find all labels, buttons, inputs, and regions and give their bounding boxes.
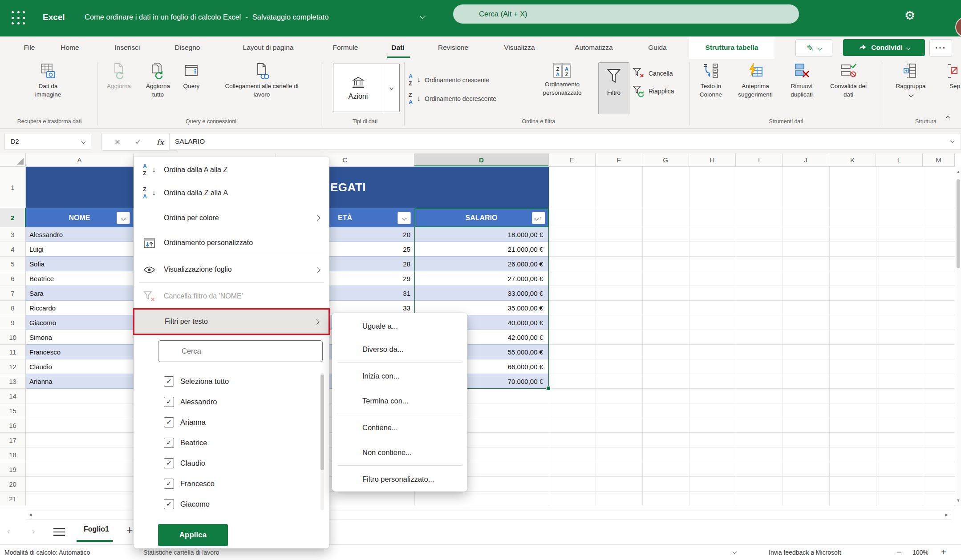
check-claudio[interactable]: ✓Claudio [134, 453, 316, 473]
zoom-out-button[interactable]: − [896, 547, 902, 557]
ribbon-anteprima-suggerimenti-button[interactable]: Anteprimasuggerimenti [734, 61, 777, 114]
cell-nome[interactable]: Giacomo [26, 315, 134, 330]
submenu-item-diverso-da[interactable]: Diverso da... [332, 338, 467, 361]
column-header-K[interactable]: K [829, 153, 876, 167]
row-header-4[interactable]: 4 [0, 242, 26, 257]
checkbox-checked-icon[interactable]: ✓ [164, 499, 174, 509]
cell-salario[interactable]: 27.000,00 € [414, 271, 549, 286]
ribbon-aggiorna-tutto-button[interactable]: Aggiornatutto [140, 61, 176, 114]
select-all-corner[interactable] [0, 153, 26, 167]
draw-mode-button[interactable]: ✎ [795, 39, 832, 57]
cell-nome[interactable]: Beatrice [26, 271, 134, 286]
sheet-list-menu-icon[interactable] [53, 526, 65, 538]
filter-search-input[interactable] [158, 340, 323, 362]
cell-salario[interactable]: 26.000,00 € [414, 257, 549, 271]
filter-button-nome[interactable] [117, 212, 130, 224]
confirm-entry-icon[interactable]: ✓ [135, 137, 142, 147]
check-arianna[interactable]: ✓Arianna [134, 412, 316, 432]
collapse-ribbon-icon[interactable] [946, 116, 950, 121]
row-header-17[interactable]: 17 [0, 433, 26, 447]
ribbon-testo-in-colonne-button[interactable]: Testo inColonne [694, 61, 727, 114]
vertical-scroll-thumb[interactable] [957, 179, 960, 268]
checkbox-checked-icon[interactable]: ✓ [164, 376, 174, 387]
ribbon-ordinamento-personalizzato-button[interactable]: Z A A Z Ordinamentopersonalizzato [532, 61, 592, 114]
column-header-F[interactable]: F [596, 153, 642, 167]
sheet-tab-foglio1[interactable]: Foglio1 [84, 525, 109, 533]
ribbon-rimuovi-duplicati-button[interactable]: Rimuoviduplicati [782, 61, 822, 114]
row-header-15[interactable]: 15 [0, 403, 26, 418]
filter-list-scroll-thumb[interactable] [320, 375, 324, 470]
tab-disegno[interactable]: Disegno [169, 36, 206, 59]
row-header-7[interactable]: 7 [0, 286, 26, 301]
cell-salario[interactable]: 33.000,00 € [414, 286, 549, 300]
header-cell-salario[interactable]: SALARIO [414, 208, 549, 227]
ribbon-dati-da-immagine-button[interactable]: Dati daimmagine [26, 61, 70, 114]
aggregates-chevron-icon[interactable] [733, 550, 737, 554]
filter-list-scrollbar[interactable] [320, 373, 324, 510]
scroll-up-icon[interactable]: ▲ [955, 169, 961, 174]
menu-item-filtri-per-testo-highlighted[interactable]: Filtri per testo [133, 308, 330, 335]
row-header-14[interactable]: 14 [0, 389, 26, 403]
row-header-9[interactable]: 9 [0, 315, 26, 330]
ribbon-convalida-dati-button[interactable]: Convalida deidati [824, 61, 872, 114]
ribbon-raggruppa-button[interactable]: Raggruppa [888, 61, 933, 114]
tab-file[interactable]: File [19, 36, 40, 59]
cell-nome[interactable]: Arianna [26, 374, 134, 388]
settings-gear-icon[interactable]: ⚙ [904, 10, 915, 22]
name-box[interactable]: D2 [4, 133, 91, 150]
column-header-M[interactable]: M [923, 153, 955, 167]
account-avatar[interactable] [955, 17, 961, 36]
row-header-12[interactable]: 12 [0, 359, 26, 374]
row-header-13[interactable]: 13 [0, 374, 26, 389]
check-francesco[interactable]: ✓Francesco [134, 473, 316, 494]
row-header-1[interactable]: 1 [0, 167, 26, 208]
ribbon-ordinamento-decrescente-button[interactable]: ZA↓ Ordinamento decrescente [408, 91, 528, 106]
ribbon-cancella-button[interactable]: Cancella [632, 66, 685, 81]
filter-button-salario-sorted[interactable]: ↑ [532, 212, 545, 224]
row-header-21[interactable]: 21 [0, 492, 26, 506]
menu-item-ordina-za[interactable]: ZA↓ Ordina dalla Z alla A [134, 181, 329, 205]
cell-nome[interactable]: Simona [26, 330, 134, 344]
scroll-down-icon[interactable]: ▼ [955, 498, 961, 503]
check-beatrice[interactable]: ✓Beatrice [134, 432, 316, 453]
cell-nome[interactable]: Riccardo [26, 301, 134, 315]
row-header-20[interactable]: 20 [0, 477, 26, 492]
cell-nome[interactable]: Claudio [26, 359, 134, 374]
ribbon-aggiorna-button[interactable]: Aggiorna [101, 61, 137, 114]
vertical-scrollbar[interactable]: ▲ ▼ [955, 167, 961, 506]
menu-item-ordinamento-personalizzato[interactable]: Ordinamento personalizzato [134, 231, 329, 254]
column-header-D[interactable]: D [414, 153, 549, 167]
fill-handle[interactable] [546, 386, 551, 391]
submenu-item-termina-con[interactable]: Termina con... [332, 389, 467, 412]
column-header-J[interactable]: J [783, 153, 829, 167]
cell-nome[interactable]: Luigi [26, 242, 134, 256]
cell-nome[interactable]: Francesco [26, 345, 134, 359]
row-header-10[interactable]: 10 [0, 330, 26, 345]
workbook-statistics[interactable]: Statistiche cartella di lavoro [143, 549, 219, 556]
column-header-E[interactable]: E [549, 153, 596, 167]
ribbon-ordinamento-crescente-button[interactable]: AZ↓ Ordinamento crescente [408, 73, 528, 88]
more-options-button[interactable]: ··· [929, 39, 952, 57]
column-header-A[interactable]: A [26, 153, 134, 167]
ribbon-collegamenti-button[interactable]: Collegamenti alle cartelle dilavoro [207, 61, 316, 114]
submenu-item-non-contiene[interactable]: Non contiene... [332, 441, 467, 464]
scroll-left-icon[interactable]: ◄ [28, 512, 33, 517]
row-header-16[interactable]: 16 [0, 418, 26, 433]
zoom-level[interactable]: 100% [912, 549, 929, 556]
prev-sheet-icon[interactable]: ‹ [7, 526, 10, 536]
search-input[interactable] [453, 4, 799, 24]
cell-nome[interactable]: Alessandro [26, 227, 134, 242]
menu-item-ordina-per-colore[interactable]: Ordina per colore [134, 206, 329, 230]
row-header-3[interactable]: 3 [0, 227, 26, 242]
document-title[interactable]: Come ordinare i dati in un foglio di cal… [85, 13, 328, 21]
ribbon-riapplica-button[interactable]: Riapplica [632, 84, 685, 99]
menu-item-cancella-filtro-disabled[interactable]: Cancella filtro da 'NOME' [134, 285, 329, 308]
cell-nome[interactable]: Sara [26, 286, 134, 300]
row-header-6[interactable]: 6 [0, 271, 26, 286]
menu-item-ordina-az[interactable]: AZ↓ Ordina dalla A alla Z [134, 158, 329, 181]
check-seleziona-tutto[interactable]: ✓Seleziona tutto [134, 371, 316, 391]
tab-layout[interactable]: Layout di pagina [230, 36, 306, 59]
add-sheet-icon[interactable]: + [126, 524, 133, 536]
filter-button-eta[interactable] [397, 212, 411, 224]
row-header-5[interactable]: 5 [0, 257, 26, 271]
